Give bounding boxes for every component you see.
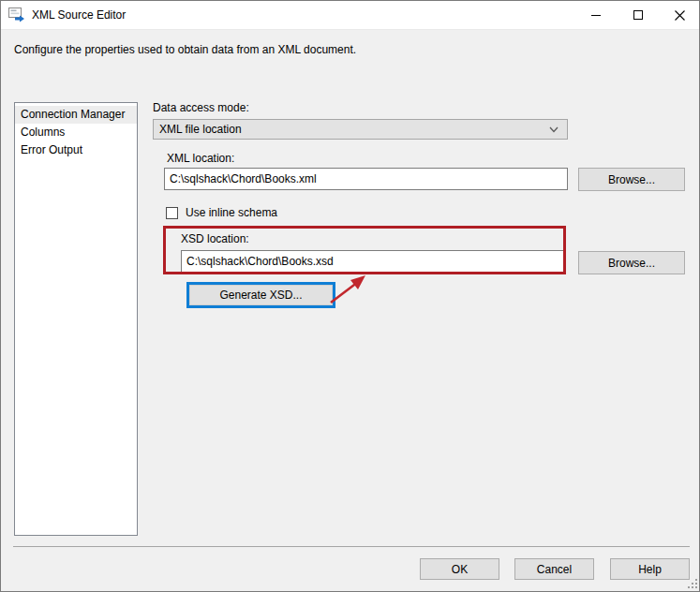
xml-source-editor-icon <box>8 7 25 22</box>
xml-location-label: XML location: <box>167 152 234 165</box>
data-access-mode-label: Data access mode: <box>153 101 249 114</box>
sidebar-item-error-output[interactable]: Error Output <box>15 141 137 159</box>
close-button[interactable] <box>659 1 700 29</box>
data-access-mode-select[interactable]: XML file location <box>153 119 568 140</box>
xml-location-input[interactable] <box>164 168 568 190</box>
chevron-down-icon <box>549 126 559 133</box>
xsd-location-label: XSD location: <box>181 232 249 245</box>
sidebar-item-connection-manager[interactable]: Connection Manager <box>15 106 137 124</box>
sidebar-item-columns[interactable]: Columns <box>15 124 137 141</box>
xml-browse-button[interactable]: Browse... <box>578 168 685 191</box>
xsd-location-input[interactable] <box>181 250 564 273</box>
cancel-button[interactable]: Cancel <box>514 558 594 580</box>
maximize-icon <box>633 10 643 20</box>
xml-source-editor-dialog: XML Source Editor Configure the properti… <box>0 0 700 592</box>
title-bar[interactable]: XML Source Editor <box>1 1 699 30</box>
resize-grip[interactable] <box>687 578 698 589</box>
use-inline-schema-label: Use inline schema <box>186 206 277 219</box>
data-access-mode-value: XML file location <box>159 123 242 136</box>
maximize-button[interactable] <box>617 1 659 29</box>
use-inline-schema-checkbox[interactable] <box>166 207 178 219</box>
generate-xsd-focus-ring: Generate XSD... <box>186 282 335 308</box>
help-button[interactable]: Help <box>610 558 690 580</box>
minimize-button[interactable] <box>574 1 617 29</box>
footer-divider <box>13 546 690 547</box>
pages-list: Connection Manager Columns Error Output <box>14 102 138 536</box>
xsd-browse-button[interactable]: Browse... <box>578 251 685 274</box>
close-icon <box>675 10 685 21</box>
window-title: XML Source Editor <box>32 8 126 22</box>
generate-xsd-button[interactable]: Generate XSD... <box>189 285 333 305</box>
minimize-icon <box>591 15 601 16</box>
dialog-description: Configure the properties used to obtain … <box>14 43 576 56</box>
ok-button[interactable]: OK <box>420 558 499 580</box>
